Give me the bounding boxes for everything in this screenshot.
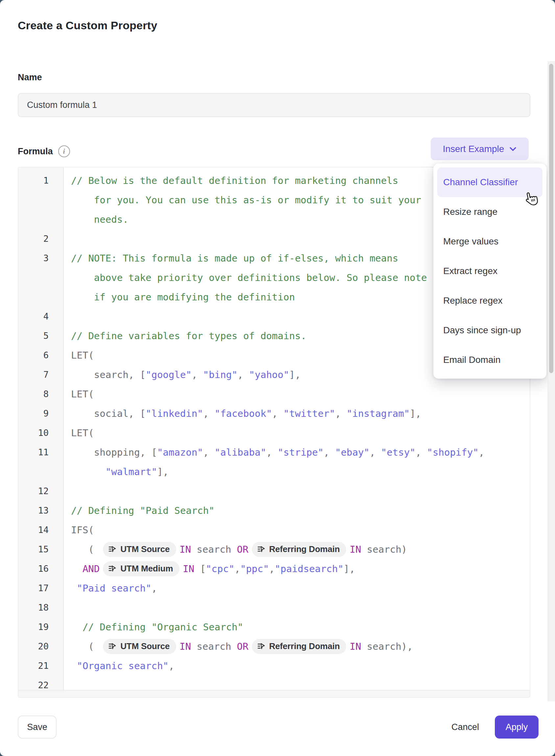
code-line-content: // Defining "Paid Search": [63, 505, 215, 516]
name-label: Name: [18, 72, 42, 83]
code-segment: IN: [349, 544, 361, 555]
dialog-title: Create a Custom Property: [18, 19, 157, 32]
code-segment: search, [: [94, 369, 146, 380]
code-segment: // NOTE: This formula is made up of if-e…: [71, 253, 398, 264]
code-line-content: social, ["linkedin", "facebook", "twitte…: [63, 408, 421, 419]
line-number: 5: [18, 331, 63, 341]
cancel-button[interactable]: Cancel: [443, 716, 487, 739]
code-line-content: if you are modifying the definition: [63, 291, 295, 303]
code-segment: above take priority over definitions bel…: [94, 272, 427, 283]
save-button[interactable]: Save: [18, 716, 56, 739]
line-number: 17: [18, 583, 63, 593]
property-chip-utm-source[interactable]: UTM Source: [103, 542, 176, 557]
code-line: 19// Defining "Organic Search": [18, 617, 530, 637]
dialog-scrollbar-track: [548, 61, 555, 702]
code-segment: ],: [410, 408, 421, 419]
code-segment: ,: [370, 447, 381, 458]
code-line-content: shopping, ["amazon", "alibaba", "stripe"…: [63, 447, 484, 458]
code-line: 15( UTM SourceIN search ORReferring Doma…: [18, 540, 530, 559]
code-segment: "ppc": [240, 563, 269, 574]
line-number: 1: [18, 175, 63, 186]
code-segment: (: [88, 641, 100, 652]
code-segment: ],: [289, 369, 301, 380]
code-segment: "paidsearch": [274, 563, 344, 574]
menu-item-merge-values[interactable]: Merge values: [437, 227, 543, 256]
code-line-content: // Below is the default definition for m…: [63, 175, 398, 186]
formula-label: Formula: [18, 147, 53, 157]
property-chip-label: UTM Source: [120, 544, 170, 554]
code-segment: LET(: [71, 427, 94, 439]
code-segment: ,: [203, 408, 215, 419]
code-line: 14IFS(: [18, 520, 530, 540]
property-chip-referring-domain[interactable]: Referring Domain: [252, 639, 347, 654]
code-line: 13// Defining "Paid Search": [18, 501, 530, 520]
menu-item-days-since-sign-up[interactable]: Days since sign-up: [437, 316, 543, 345]
code-segment: LET(: [71, 350, 94, 361]
code-line-content: LET(: [63, 350, 94, 361]
property-icon: [257, 642, 265, 650]
line-number: 15: [18, 544, 63, 554]
code-segment: LET(: [71, 389, 94, 400]
code-segment: shopping, [: [94, 447, 157, 458]
create-custom-property-dialog: Create a Custom Property Name Formula i …: [0, 0, 555, 756]
property-icon: [257, 545, 265, 553]
insert-example-button[interactable]: Insert Example: [431, 137, 529, 160]
code-segment: ],: [344, 563, 355, 574]
info-icon[interactable]: i: [58, 146, 70, 157]
dialog-scrollbar-thumb[interactable]: [549, 64, 553, 373]
code-segment: IFS(: [71, 524, 94, 535]
code-segment: "shopify": [427, 447, 479, 458]
code-line: 17"Paid search",: [18, 579, 530, 598]
property-chip-referring-domain[interactable]: Referring Domain: [252, 542, 347, 557]
code-line-content: above take priority over definitions bel…: [63, 272, 427, 283]
property-chip-utm-medium[interactable]: UTM Medium: [103, 561, 179, 576]
code-line: 9social, ["linkedin", "facebook", "twitt…: [18, 404, 530, 423]
name-input[interactable]: [18, 93, 530, 117]
code-segment: search),: [361, 641, 413, 652]
code-line: 18: [18, 598, 530, 617]
code-line: 8LET(: [18, 384, 530, 404]
code-line: 21"Organic search",: [18, 656, 530, 675]
menu-item-extract-regex[interactable]: Extract regex: [437, 256, 543, 286]
code-line-content: "Paid search",: [63, 583, 157, 594]
line-number: 13: [18, 505, 63, 516]
code-segment: // Defining "Paid Search": [71, 505, 215, 516]
code-segment: ,: [203, 447, 215, 458]
line-number: 18: [18, 602, 63, 612]
code-segment: "linkedin": [146, 408, 203, 419]
code-segment: "twitter": [284, 408, 335, 419]
apply-button[interactable]: Apply: [495, 716, 539, 739]
code-line-content: "Organic search",: [63, 660, 174, 671]
code-segment: ,: [266, 447, 278, 458]
menu-item-replace-regex[interactable]: Replace regex: [437, 286, 543, 316]
code-segment: "facebook": [215, 408, 272, 419]
code-segment: ,: [269, 563, 274, 574]
code-line-content: needs.: [63, 214, 129, 225]
line-number: 22: [18, 680, 63, 690]
code-segment: // Define variables for types of domains…: [71, 330, 306, 342]
code-line: 10LET(: [18, 423, 530, 442]
code-segment: "stripe": [278, 447, 324, 458]
code-segment: ,: [335, 408, 347, 419]
code-segment: "ebay": [335, 447, 370, 458]
code-segment: ,: [272, 408, 284, 419]
code-line-content: "walmart"],: [63, 466, 169, 477]
formula-label-row: Formula i: [18, 146, 70, 157]
line-number: 16: [18, 563, 63, 574]
code-segment: search: [191, 641, 237, 652]
code-segment: "Paid search": [77, 583, 151, 594]
code-segment: social, [: [94, 408, 146, 419]
code-line-content: LET(: [63, 427, 94, 439]
code-line: "walmart"],: [18, 462, 530, 481]
property-chip-label: Referring Domain: [269, 544, 340, 554]
code-segment: "yahoo": [249, 369, 289, 380]
line-number: 20: [18, 641, 63, 651]
code-segment: ,: [416, 447, 427, 458]
code-segment: "google": [146, 369, 192, 380]
menu-item-email-domain[interactable]: Email Domain: [437, 345, 543, 375]
property-chip-utm-source[interactable]: UTM Source: [103, 639, 176, 654]
editor-horizontal-scrollbar[interactable]: [18, 690, 530, 697]
code-segment: "walmart": [105, 466, 157, 477]
code-segment: "amazon": [157, 447, 203, 458]
code-segment: if you are modifying the definition: [94, 291, 295, 303]
